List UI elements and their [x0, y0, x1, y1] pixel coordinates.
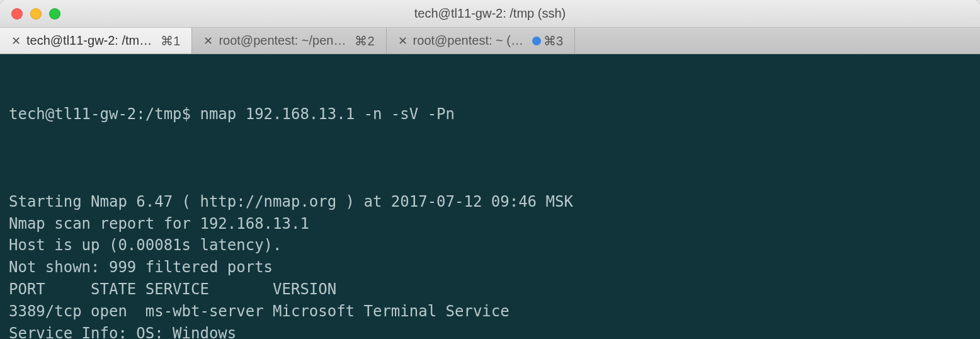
terminal-line: PORT STATE SERVICE VERSION: [9, 279, 971, 301]
tab-shortcut: ⌘1: [161, 33, 180, 49]
tab-shortcut: ⌘2: [355, 33, 374, 49]
terminal-window: tech@tl11-gw-2: /tmp (ssh) ✕ tech@tl11-g…: [0, 0, 980, 339]
tab-1[interactable]: ✕ tech@tl11-gw-2: /tm… ⌘1: [0, 28, 192, 54]
terminal-line: Service Info: OS: Windows: [9, 323, 971, 339]
tab-3[interactable]: ✕ root@pentest: ~ (… ⌘3: [387, 28, 576, 54]
terminal-line: 3389/tcp open ms-wbt-server Microsoft Te…: [9, 301, 971, 323]
tab-label: root@pentest: ~ (…: [413, 33, 523, 48]
window-title: tech@tl11-gw-2: /tmp (ssh): [0, 6, 980, 21]
terminal-line: [9, 169, 971, 191]
zoom-icon[interactable]: [49, 8, 60, 20]
terminal-line: Host is up (0.00081s latency).: [9, 234, 971, 256]
tab-label: root@pentest: ~/pen…: [219, 33, 346, 48]
close-tab-icon[interactable]: ✕: [398, 35, 407, 47]
terminal-line: tech@tl11-gw-2:/tmp$ nmap 192.168.13.1 -…: [9, 103, 971, 125]
close-tab-icon[interactable]: ✕: [203, 35, 212, 47]
terminal-line: Starting Nmap 6.47 ( http://nmap.org ) a…: [9, 191, 971, 213]
modified-dot-icon: [532, 37, 541, 45]
terminal-line: Not shown: 999 filtered ports: [9, 256, 971, 279]
terminal-line: Nmap scan report for 192.168.13.1: [9, 213, 971, 235]
tab-shortcut: ⌘3: [532, 33, 563, 49]
tab-bar: ✕ tech@tl11-gw-2: /tm… ⌘1 ✕ root@pentest…: [0, 28, 980, 54]
window-controls: [0, 8, 60, 20]
prompt: tech@tl11-gw-2:/tmp$: [9, 105, 200, 123]
tab-2[interactable]: ✕ root@pentest: ~/pen… ⌘2: [192, 28, 386, 54]
command-text: nmap 192.168.13.1 -n -sV -Pn: [200, 105, 455, 123]
close-tab-icon[interactable]: ✕: [11, 35, 20, 47]
minimize-icon[interactable]: [30, 8, 42, 20]
terminal-viewport[interactable]: tech@tl11-gw-2:/tmp$ nmap 192.168.13.1 -…: [0, 54, 980, 339]
tab-label: tech@tl11-gw-2: /tm…: [26, 33, 152, 48]
tab-shortcut-text: ⌘3: [544, 33, 563, 49]
close-icon[interactable]: [11, 8, 23, 20]
terminal-output: Starting Nmap 6.47 ( http://nmap.org ) a…: [9, 169, 971, 339]
titlebar: tech@tl11-gw-2: /tmp (ssh): [0, 0, 980, 28]
